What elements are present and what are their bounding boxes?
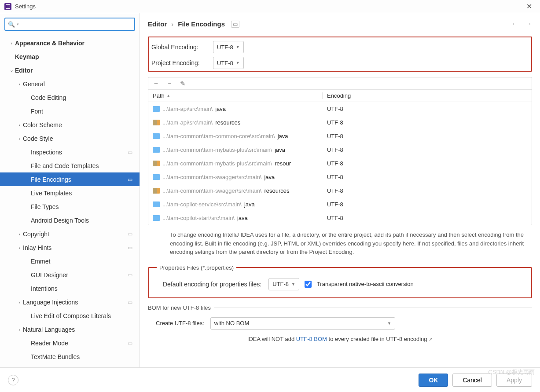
path-cell: ...\tam-copilot-start\src\main\java [148,215,323,221]
sidebar-item-color-scheme[interactable]: ›Color Scheme [0,118,140,132]
sidebar-item-inlay-hints[interactable]: ›Inlay Hints▭ [0,241,140,254]
project-indicator-icon: ▭ [128,149,132,155]
sidebar-item-font[interactable]: Font [0,104,140,118]
project-indicator-icon: ▭ [128,231,132,237]
close-icon[interactable]: ✕ [523,2,536,11]
divider [214,308,532,308]
sidebar-item-label: Live Edit of Compose Literals [31,312,136,319]
path-cell: ...\tam-common\tam-mybatis-plus\src\main… [148,160,323,167]
forward-icon[interactable]: → [524,19,532,29]
encoding-hint-text: To change encoding IntelliJ IDEA uses fo… [148,225,532,258]
resources-folder-icon [153,120,160,125]
sidebar-item-file-encodings[interactable]: File Encodings▭ [0,172,140,186]
sidebar-item-label: GUI Designer [31,271,128,278]
encoding-cell: UTF-8 [323,187,532,194]
chevron-down-icon: ▼ [387,321,391,326]
reset-icon[interactable]: ▭ [231,21,239,28]
path-cell: ...\tam-common\tam-common-core\src\main\… [148,133,323,139]
default-properties-encoding-label: Default encoding for properties files: [163,281,261,288]
help-icon[interactable]: ? [8,375,18,385]
encoding-cell: UTF-8 [323,215,532,221]
chevron-icon: › [16,245,23,250]
sidebar-item-label: TextMate Bundles [31,353,136,360]
table-row[interactable]: ...\tam-common\tam-swagger\src\main\java… [148,170,532,184]
sidebar-item-label: Natural Languages [23,326,136,333]
source-folder-icon [153,215,160,221]
create-utf8-dropdown[interactable]: with NO BOM ▼ [210,317,395,330]
sidebar-item-file-types[interactable]: File Types [0,200,140,213]
column-header-encoding[interactable]: Encoding [323,92,532,99]
add-icon[interactable]: ＋ [153,79,159,88]
window-title: Settings [15,3,523,10]
table-row[interactable]: ...\tam-copilot-service\src\main\javaUTF… [148,198,532,211]
back-icon[interactable]: ← [511,19,519,29]
sidebar-item-language-injections[interactable]: ›Language Injections▭ [0,295,140,309]
breadcrumb-parent[interactable]: Editor [148,20,167,28]
sidebar-item-label: Android Design Tools [31,217,136,224]
path-cell: ...\tam-api\src\main\resources [148,119,323,126]
encoding-cell: UTF-8 [323,201,532,208]
sidebar-item-label: General [23,81,136,88]
sidebar-item-label: Keymap [15,53,136,60]
project-indicator-icon: ▭ [128,299,132,305]
sidebar-item-copyright[interactable]: ›Copyright▭ [0,227,140,241]
source-folder-icon [153,174,160,180]
table-row[interactable]: ...\tam-common\tam-mybatis-plus\src\main… [148,157,532,170]
sidebar-item-android-design-tools[interactable]: Android Design Tools [0,213,140,227]
sidebar-item-label: File and Code Templates [31,162,136,169]
sidebar-item-code-style[interactable]: ›Code Style [0,132,140,145]
apply-button[interactable]: Apply [496,374,532,387]
table-row[interactable]: ...\tam-common\tam-mybatis-plus\src\main… [148,143,532,157]
table-row[interactable]: ...\tam-api\src\main\javaUTF-8 [148,102,532,116]
table-row[interactable]: ...\tam-common\tam-common-core\src\main\… [148,129,532,143]
path-cell: ...\tam-copilot-service\src\main\java [148,201,323,208]
encoding-cell: UTF-8 [323,147,532,153]
transparent-ascii-checkbox[interactable] [305,281,312,288]
chevron-icon: › [16,231,23,237]
sidebar-item-label: Live Templates [31,190,136,197]
remove-icon[interactable]: － [166,79,173,88]
utf8-bom-link[interactable]: UTF-8 BOM [296,336,327,342]
project-indicator-icon: ▭ [128,272,132,278]
project-indicator-icon: ▭ [128,245,132,251]
table-row[interactable]: ...\tam-api\src\main\resourcesUTF-8 [148,116,532,129]
search-field[interactable] [21,21,132,28]
project-encoding-dropdown[interactable]: UTF-8 ▼ [213,57,244,69]
cancel-button[interactable]: Cancel [452,374,492,387]
sidebar-item-general[interactable]: ›General [0,77,140,91]
sort-asc-icon: ▲ [166,93,171,98]
sidebar-item-label: Reader Mode [31,340,128,347]
sidebar-item-code-editing[interactable]: Code Editing [0,91,140,104]
sidebar-item-label: Copyright [23,231,128,238]
search-input[interactable]: 🔍 ▾ [4,18,135,31]
sidebar-item-label: Code Editing [31,94,136,101]
settings-tree[interactable]: ›Appearance & BehaviorKeymap⌄Editor›Gene… [0,34,140,367]
sidebar-item-live-templates[interactable]: Live Templates [0,186,140,200]
sidebar-item-emmet[interactable]: Emmet [0,254,140,268]
main-panel: Editor › File Encodings ▭ ← → Global Enc… [140,13,540,367]
sidebar-item-label: Inspections [31,149,128,156]
sidebar-item-keymap[interactable]: Keymap [0,50,140,63]
sidebar-item-editor[interactable]: ⌄Editor [0,63,140,77]
default-properties-encoding-dropdown[interactable]: UTF-8 ▼ [268,278,299,290]
sidebar-item-live-edit-of-compose-literals[interactable]: Live Edit of Compose Literals [0,309,140,322]
sidebar-item-gui-designer[interactable]: GUI Designer▭ [0,268,140,282]
edit-icon[interactable]: ✎ [180,80,186,88]
table-row[interactable]: ...\tam-common\tam-swagger\src\main\reso… [148,184,532,198]
project-encoding-value: UTF-8 [217,60,233,66]
bom-legend: BOM for new UTF-8 files [148,304,211,311]
sidebar-item-reader-mode[interactable]: Reader Mode▭ [0,336,140,350]
sidebar-item-textmate-bundles[interactable]: TextMate Bundles [0,350,140,363]
column-header-path[interactable]: Path ▲ [148,92,323,99]
table-row[interactable]: ...\tam-copilot-start\src\main\javaUTF-8 [148,211,532,225]
sidebar-item-file-and-code-templates[interactable]: File and Code Templates [0,159,140,172]
global-encoding-dropdown[interactable]: UTF-8 ▼ [213,41,244,53]
sidebar-item-intentions[interactable]: Intentions [0,282,140,295]
ok-button[interactable]: OK [419,374,448,387]
chevron-icon: › [16,136,23,141]
sidebar-item-label: Intentions [31,285,136,292]
chevron-down-icon: ▼ [291,282,295,286]
sidebar-item-appearance-behavior[interactable]: ›Appearance & Behavior [0,36,140,50]
sidebar-item-natural-languages[interactable]: ›Natural Languages [0,322,140,336]
sidebar-item-inspections[interactable]: Inspections▭ [0,145,140,159]
